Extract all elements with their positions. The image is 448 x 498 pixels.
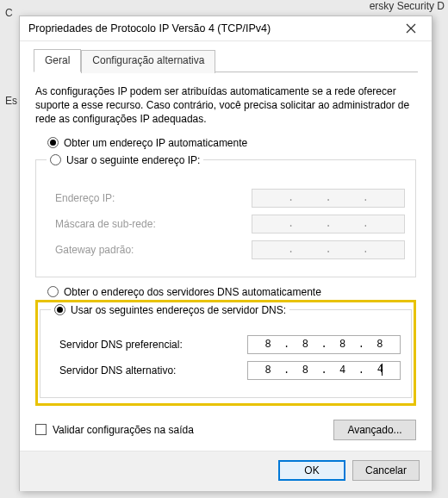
ok-button[interactable]: OK	[278, 460, 345, 481]
radio-label: Usar o seguinte endereço IP:	[66, 154, 200, 166]
validate-label: Validar configurações na saída	[53, 424, 194, 436]
radio-dns-manual[interactable]: Usar os seguintes endereços de servidor …	[51, 304, 289, 316]
gateway-input[interactable]: ...	[252, 240, 405, 259]
radio-label: Obter o endereço dos servidores DNS auto…	[64, 286, 321, 298]
subnet-mask-label: Máscara de sub-rede:	[55, 218, 252, 230]
radio-dns-auto[interactable]: Obter o endereço dos servidores DNS auto…	[47, 286, 418, 298]
background-app-title: ersky Security D	[370, 0, 445, 12]
description-text: As configurações IP podem ser atribuídas…	[35, 84, 416, 127]
ip-address-label: Endereço IP:	[55, 192, 252, 204]
radio-icon	[50, 154, 61, 165]
ip-manual-group: Usar o seguinte endereço IP: Endereço IP…	[35, 154, 416, 277]
radio-ip-auto[interactable]: Obter um endereço IP automaticamente	[47, 137, 418, 149]
close-button[interactable]	[395, 16, 426, 40]
dialog-footer: OK Cancelar	[20, 451, 432, 491]
radio-icon	[47, 137, 59, 148]
validate-checkbox[interactable]	[35, 424, 47, 435]
ipv4-properties-dialog: Propriedades de Protocolo IP Versão 4 (T…	[19, 16, 432, 491]
tab-alt-config[interactable]: Configuração alternativa	[81, 50, 215, 73]
gateway-label: Gateway padrão:	[55, 244, 252, 256]
dns-preferred-input[interactable]: 8. 8. 8. 8	[247, 335, 401, 354]
dns-highlight: Usar os seguintes endereços de servidor …	[35, 300, 416, 406]
tabstrip: Geral Configuração alternativa	[34, 48, 418, 72]
radio-label: Obter um endereço IP automaticamente	[64, 137, 247, 149]
text-caret-icon	[382, 364, 383, 376]
cancel-button[interactable]: Cancelar	[352, 460, 420, 481]
dialog-title: Propriedades de Protocolo IP Versão 4 (T…	[28, 22, 395, 34]
radio-ip-manual[interactable]: Usar o seguinte endereço IP:	[47, 154, 203, 166]
radio-label: Usar os seguintes endereços de servidor …	[71, 304, 286, 316]
dns-preferred-label: Servidor DNS preferencial:	[59, 339, 247, 351]
background-text-fragment: Es	[5, 95, 17, 107]
advanced-button[interactable]: Avançado...	[333, 420, 416, 440]
dns-manual-group: Usar os seguintes endereços de servidor …	[40, 304, 412, 398]
background-text-fragment: C	[5, 7, 13, 19]
radio-icon	[47, 286, 59, 297]
subnet-mask-input[interactable]: ...	[252, 215, 405, 233]
ip-address-input[interactable]: ...	[252, 189, 405, 208]
radio-icon	[54, 304, 65, 315]
tab-general[interactable]: Geral	[34, 49, 81, 72]
dns-alt-label: Servidor DNS alternativo:	[59, 364, 247, 377]
dialog-titlebar: Propriedades de Protocolo IP Versão 4 (T…	[20, 16, 432, 41]
close-icon	[406, 23, 416, 34]
dns-alt-input[interactable]: 8. 8. 4. 4	[247, 361, 401, 380]
